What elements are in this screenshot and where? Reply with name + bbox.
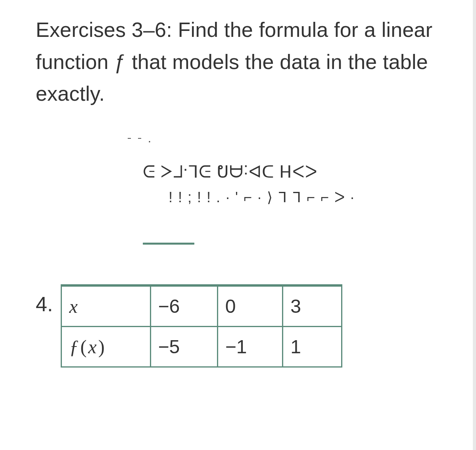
page-right-edge [473, 0, 476, 450]
fx-paren-open: ( [80, 336, 86, 357]
row-header-fx: ƒ(x) [61, 326, 150, 367]
garble-line-3: ! ! ; ! ! . · ' ⌐ · ⟩ ᒣ ᒣ ⌐ ⌐ ᐳ · [169, 189, 355, 206]
fx-var: x [88, 336, 96, 357]
table-cell: −6 [150, 285, 217, 327]
table-cell: 1 [283, 326, 342, 367]
table-row: ƒ(x) −5 −1 1 [61, 326, 342, 367]
table-cell: 3 [283, 285, 342, 327]
table-row: x −6 0 3 [61, 285, 342, 327]
table-cell: −5 [150, 326, 217, 367]
garble-line-2: ᕮ ᐳᒣ·ᒧᕮ ᕠᗩ:ᐊᑕ ᕼᐸᐳ [143, 161, 318, 181]
garble-line-1: ᐨ ᐨ · [127, 134, 152, 147]
answer-blank-line [143, 243, 194, 245]
row-header-x: x [61, 285, 150, 327]
problem-4: 4. x −6 0 3 ƒ(x) −5 −1 1 [36, 284, 452, 368]
exercise-instructions: Exercises 3–6: Find the formula for a li… [36, 14, 452, 110]
problem-number: 4. [36, 292, 53, 316]
data-table: x −6 0 3 ƒ(x) −5 −1 1 [61, 284, 342, 368]
table-cell: −1 [217, 326, 282, 367]
fx-paren-close: ) [98, 336, 105, 357]
garbled-text-area: ᐨ ᐨ · ᕮ ᐳᒣ·ᒧᕮ ᕠᗩ:ᐊᑕ ᕼᐸᐳ ! ! ; ! ! . · ' … [91, 134, 452, 260]
table-cell: 0 [217, 285, 282, 327]
fx-fn: ƒ [69, 336, 79, 357]
